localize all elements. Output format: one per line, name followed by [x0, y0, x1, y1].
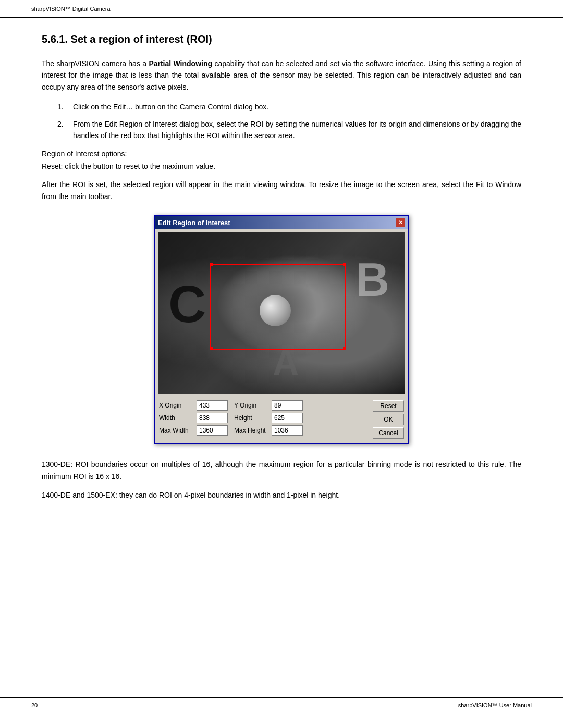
- ok-button[interactable]: OK: [373, 414, 404, 425]
- partial-windowing-bold: Partial Windowing: [149, 59, 212, 68]
- note-1300de-text: : ROI boundaries occur on multiples of 1…: [42, 460, 521, 480]
- camera-background: C B A: [158, 232, 405, 394]
- width-input[interactable]: [197, 413, 228, 423]
- dialog-title: Edit Region of Interest: [158, 219, 230, 227]
- note-1400de-1500ex: 1400-DE and 1500-EX: they can do ROI on …: [42, 489, 521, 501]
- dialog-wrapper: Edit Region of Interest ✕ C B: [42, 215, 521, 444]
- form-rows-container: X Origin Y Origin Width Height: [159, 400, 404, 439]
- note-1500ex-bold: 1500-EX: [87, 491, 115, 499]
- step-2: 2. From the Edit Region of Interest dial…: [73, 118, 521, 142]
- dialog-form: X Origin Y Origin Width Height: [155, 397, 408, 443]
- letter-c: C: [168, 274, 206, 334]
- roi-handle-tr: [343, 263, 346, 266]
- reset-bold: Reset: [42, 162, 61, 170]
- content-area: 5.6.1. Set a region of interest (ROI) Th…: [0, 18, 563, 539]
- note-1300de-bold: 1300-DE: [42, 460, 70, 468]
- section-title: 5.6.1. Set a region of interest (ROI): [42, 33, 521, 45]
- header-text: sharpVISION™ Digital Camera: [31, 6, 111, 12]
- reset-text: : click the button to reset to the maxim…: [61, 162, 215, 170]
- dialog-buttons: Reset OK Cancel: [373, 400, 404, 439]
- letter-b: B: [356, 253, 389, 307]
- after-roi-text: After the ROI is set, the selected regio…: [42, 179, 521, 202]
- footer-page-number: 20: [31, 702, 38, 708]
- letter-a: A: [273, 342, 299, 384]
- max-height-label: Max Height: [234, 427, 270, 434]
- roi-handle-bl: [210, 347, 213, 350]
- form-row-max: Max Width Max Height: [159, 425, 365, 436]
- page-footer: 20 sharpVISION™ User Manual: [0, 697, 563, 712]
- max-width-input[interactable]: [197, 425, 228, 436]
- intro-text-before: The sharpVISION camera has a: [42, 59, 149, 68]
- form-row-origins: X Origin Y Origin: [159, 400, 365, 411]
- note-1300de: 1300-DE: ROI boundaries occur on multipl…: [42, 459, 521, 482]
- intro-paragraph: The sharpVISION camera has a Partial Win…: [42, 58, 521, 93]
- note-and-text: and: [70, 491, 87, 499]
- sphere-object: [260, 295, 291, 326]
- y-origin-input[interactable]: [272, 400, 303, 411]
- width-label: Width: [159, 414, 194, 422]
- note-1400de-bold: 1400-DE: [42, 491, 70, 499]
- reset-description: Reset: click the button to reset to the …: [42, 162, 521, 170]
- height-label: Height: [234, 414, 270, 422]
- reset-button[interactable]: Reset: [373, 400, 404, 412]
- roi-handle-tl: [210, 263, 213, 266]
- form-fields: X Origin Y Origin Width Height: [159, 400, 365, 438]
- form-row-dimensions: Width Height: [159, 413, 365, 423]
- max-height-input[interactable]: [272, 425, 303, 436]
- roi-handle-br: [343, 347, 346, 350]
- dialog-titlebar: Edit Region of Interest ✕: [155, 216, 408, 229]
- max-width-label: Max Width: [159, 427, 194, 434]
- y-origin-label: Y Origin: [234, 402, 270, 409]
- dialog-close-button[interactable]: ✕: [396, 218, 405, 227]
- page-header: sharpVISION™ Digital Camera: [0, 0, 563, 18]
- camera-preview: C B A: [158, 232, 405, 394]
- region-options-label: Region of Interest options:: [42, 150, 521, 158]
- x-origin-input[interactable]: [197, 400, 228, 411]
- cancel-button[interactable]: Cancel: [373, 427, 404, 439]
- edit-roi-dialog: Edit Region of Interest ✕ C B: [154, 215, 409, 444]
- x-origin-label: X Origin: [159, 402, 194, 409]
- page-container: sharpVISION™ Digital Camera 5.6.1. Set a…: [0, 0, 563, 728]
- footer-manual-title: sharpVISION™ User Manual: [458, 702, 532, 708]
- height-input[interactable]: [272, 413, 303, 423]
- steps-list: 1. Click on the Edit… button on the Came…: [42, 101, 521, 141]
- step-1: 1. Click on the Edit… button on the Came…: [73, 101, 521, 113]
- note-1500ex-text: : they can do ROI on 4-pixel boundaries …: [115, 491, 340, 499]
